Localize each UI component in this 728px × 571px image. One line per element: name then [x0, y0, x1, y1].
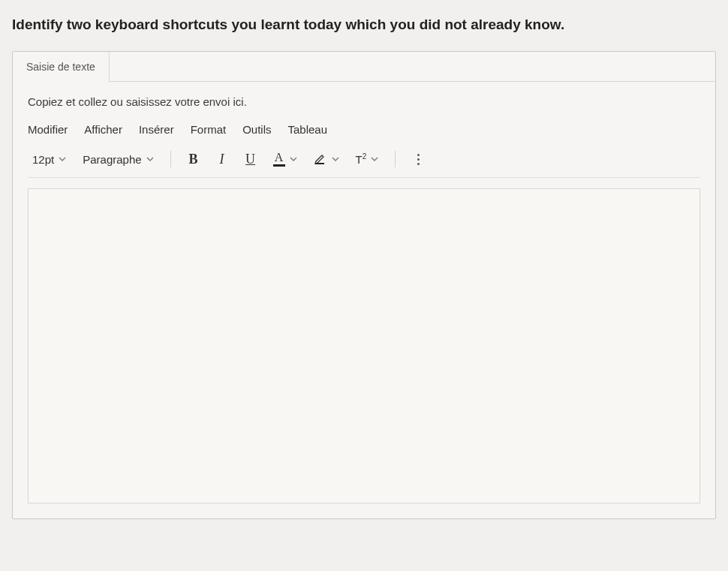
italic-button[interactable]: I: [212, 149, 233, 170]
menu-modifier[interactable]: Modifier: [28, 123, 68, 136]
text-color-button[interactable]: A: [269, 149, 302, 170]
text-color-icon: A: [273, 152, 285, 167]
tab-text-entry[interactable]: Saisie de texte: [13, 52, 110, 82]
svg-rect-0: [315, 163, 324, 164]
menu-afficher[interactable]: Afficher: [84, 123, 122, 136]
editor-toolbar: 12pt Paragraphe B I U: [28, 148, 700, 178]
font-size-label: 12pt: [32, 153, 54, 166]
underline-icon: U: [245, 152, 255, 167]
block-format-label: Paragraphe: [83, 153, 141, 166]
bold-icon: B: [189, 152, 198, 167]
question-prompt: Identify two keyboard shortcuts you lear…: [12, 15, 716, 35]
rich-text-editor[interactable]: [28, 188, 700, 503]
bold-button[interactable]: B: [183, 149, 204, 170]
menu-format[interactable]: Format: [191, 123, 227, 136]
highlighter-icon: [314, 152, 327, 167]
chevron-down-icon: [59, 155, 66, 164]
editor-hint: Copiez et collez ou saisissez votre envo…: [28, 95, 700, 108]
font-size-select[interactable]: 12pt: [28, 150, 71, 169]
chevron-down-icon: [332, 155, 339, 164]
superscript-icon: T2: [356, 152, 367, 166]
highlight-color-button[interactable]: [309, 149, 344, 170]
block-format-select[interactable]: Paragraphe: [78, 150, 158, 169]
editor-menubar: Modifier Afficher Insérer Format Outils …: [28, 123, 700, 136]
chevron-down-icon: [146, 155, 154, 164]
tab-strip: Saisie de texte: [13, 52, 715, 82]
chevron-down-icon: [290, 155, 297, 164]
underline-button[interactable]: U: [240, 149, 261, 170]
more-options-button[interactable]: [408, 148, 429, 171]
menu-tableau[interactable]: Tableau: [288, 123, 328, 136]
italic-icon: I: [220, 152, 224, 167]
toolbar-separator: [170, 151, 171, 167]
toolbar-separator: [395, 151, 396, 167]
menu-outils[interactable]: Outils: [242, 123, 271, 136]
menu-inserer[interactable]: Insérer: [139, 123, 174, 136]
answer-panel: Saisie de texte Copiez et collez ou sais…: [12, 51, 716, 519]
superscript-button[interactable]: T2: [351, 149, 384, 169]
chevron-down-icon: [371, 155, 378, 164]
editor-wrapper: Copiez et collez ou saisissez votre envo…: [13, 82, 715, 188]
kebab-icon: [414, 151, 423, 168]
